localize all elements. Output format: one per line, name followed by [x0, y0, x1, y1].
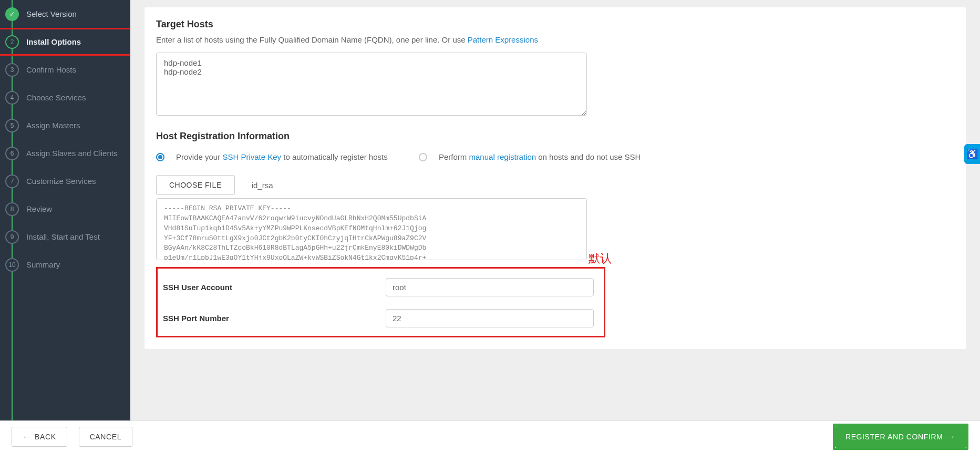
footer-left: ← BACK CANCEL — [12, 427, 132, 447]
confirm-wrapper: REGISTER AND CONFIRM → — [833, 424, 968, 450]
step-summary[interactable]: 10 Summary — [0, 251, 130, 279]
content-area: Target Hosts Enter a list of hosts using… — [130, 0, 980, 420]
step-circle-9: 9 — [5, 230, 19, 244]
step-circle-7: 7 — [5, 174, 19, 188]
step-review[interactable]: 8 Review — [0, 195, 130, 223]
radio-icon — [419, 153, 427, 161]
target-hosts-desc: Enter a list of hosts using the Fully Qu… — [156, 35, 954, 44]
step-label: Summary — [26, 260, 60, 269]
step-label: Select Version — [26, 9, 77, 18]
ssh-port-row: SSH Port Number — [163, 309, 599, 327]
step-label: Assign Slaves and Clients — [26, 149, 117, 158]
radio-icon — [156, 153, 164, 161]
step-choose-services[interactable]: 4 Choose Services — [0, 84, 130, 111]
text: to automatically register hosts — [281, 152, 388, 161]
footer-bar: ← BACK CANCEL REGISTER AND CONFIRM → — [0, 420, 980, 452]
step-label: Choose Services — [26, 93, 86, 102]
manual-registration-link[interactable]: manual registration — [469, 152, 537, 161]
ssh-private-key-link[interactable]: SSH Private Key — [222, 152, 281, 161]
ssh-fields-group: 默认 SSH User Account SSH Port Number — [156, 267, 605, 337]
host-reg-title: Host Registration Information — [156, 131, 954, 142]
step-label: Review — [26, 204, 52, 213]
step-circle-8: 8 — [5, 202, 19, 216]
step-label: Confirm Hosts — [26, 65, 76, 74]
register-confirm-button[interactable]: REGISTER AND CONFIRM → — [835, 426, 966, 448]
radio-label: Perform manual registration on hosts and… — [439, 151, 641, 162]
hosts-textarea[interactable] — [156, 53, 587, 116]
step-confirm-hosts[interactable]: 3 Confirm Hosts — [0, 56, 130, 84]
accessibility-tab[interactable]: ♿ — [964, 144, 980, 164]
ssh-key-textarea[interactable] — [156, 198, 587, 260]
wizard-sidebar: ✓ Select Version 2 Install Options 3 Con… — [0, 0, 130, 420]
choose-file-button[interactable]: CHOOSE FILE — [156, 175, 235, 195]
ssh-method-radios: Provide your SSH Private Key to automati… — [156, 151, 655, 162]
step-label: Install, Start and Test — [26, 232, 100, 241]
back-label: BACK — [35, 433, 56, 441]
cancel-button[interactable]: CANCEL — [79, 427, 132, 447]
pattern-expressions-link[interactable]: Pattern Expressions — [468, 35, 538, 44]
step-label: Install Options — [26, 37, 81, 46]
step-label: Assign Masters — [26, 121, 80, 130]
step-circle-1: ✓ — [5, 7, 19, 21]
text: on hosts and do not use SSH — [536, 152, 641, 161]
annotation-default: 默认 — [589, 251, 612, 266]
accessibility-icon: ♿ — [966, 148, 978, 160]
step-circle-3: 3 — [5, 63, 19, 77]
step-circle-4: 4 — [5, 91, 19, 105]
step-install-options[interactable]: 2 Install Options — [0, 28, 130, 56]
step-assign-slaves[interactable]: 6 Assign Slaves and Clients — [0, 139, 130, 167]
step-customize-services[interactable]: 7 Customize Services — [0, 167, 130, 195]
step-install-start-test[interactable]: 9 Install, Start and Test — [0, 223, 130, 251]
chosen-file-name: id_rsa — [252, 181, 273, 190]
arrow-left-icon: ← — [23, 433, 30, 441]
ssh-user-row: SSH User Account — [163, 278, 599, 296]
radio-label: Provide your SSH Private Key to automati… — [176, 151, 388, 162]
step-circle-2: 2 — [5, 35, 19, 49]
step-select-version[interactable]: ✓ Select Version — [0, 0, 130, 28]
back-button[interactable]: ← BACK — [12, 427, 67, 447]
content-card: Target Hosts Enter a list of hosts using… — [145, 7, 966, 349]
target-hosts-title: Target Hosts — [156, 19, 954, 30]
step-circle-5: 5 — [5, 119, 19, 132]
ssh-user-label: SSH User Account — [163, 283, 386, 292]
ssh-user-input[interactable] — [386, 278, 594, 296]
step-assign-masters[interactable]: 5 Assign Masters — [0, 111, 130, 139]
step-circle-6: 6 — [5, 147, 19, 160]
text: Perform — [439, 152, 469, 161]
step-circle-10: 10 — [5, 258, 19, 272]
confirm-label: REGISTER AND CONFIRM — [845, 433, 943, 441]
text: Provide your — [176, 152, 222, 161]
radio-ssh-key[interactable]: Provide your SSH Private Key to automati… — [156, 151, 393, 162]
file-picker-row: CHOOSE FILE id_rsa — [156, 175, 954, 195]
ssh-port-input[interactable] — [386, 309, 594, 327]
ssh-port-label: SSH Port Number — [163, 314, 386, 323]
arrow-right-icon: → — [947, 432, 956, 441]
step-label: Customize Services — [26, 177, 96, 186]
main-layout: ✓ Select Version 2 Install Options 3 Con… — [0, 0, 980, 420]
desc-text: Enter a list of hosts using the Fully Qu… — [156, 35, 468, 44]
radio-manual-registration[interactable]: Perform manual registration on hosts and… — [419, 151, 655, 162]
